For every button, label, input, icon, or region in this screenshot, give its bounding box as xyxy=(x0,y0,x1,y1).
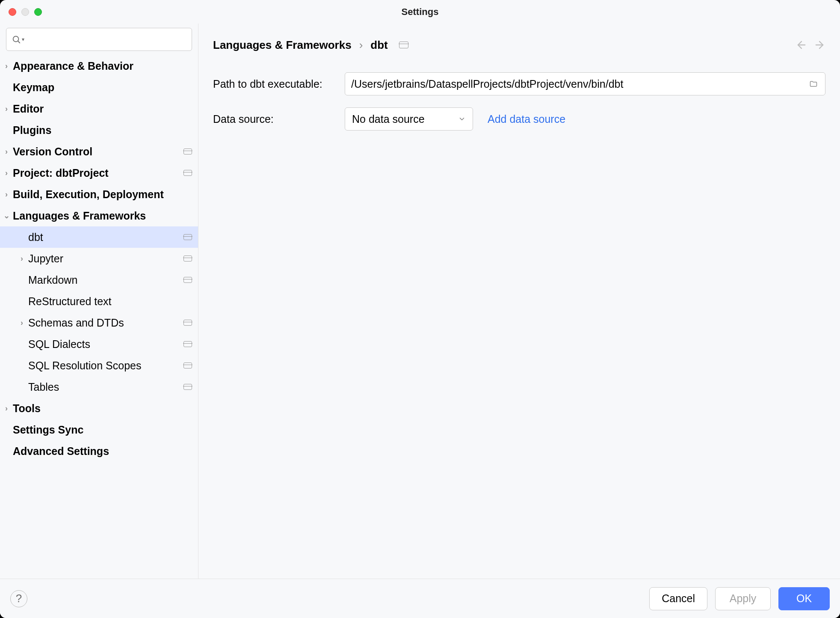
titlebar: Settings xyxy=(0,0,840,24)
settings-tree: ›Appearance & BehaviorKeymap›EditorPlugi… xyxy=(0,55,198,579)
zoom-window-button[interactable] xyxy=(34,8,42,16)
dbt-settings-form: Path to dbt executable: Data source: No … xyxy=(213,58,825,131)
dbt-path-text[interactable] xyxy=(351,78,804,90)
search-options-caret-icon: ▾ xyxy=(22,36,24,42)
settings-body: ▾ ›Appearance & BehaviorKeymap›EditorPlu… xyxy=(0,24,840,579)
chevron-down-icon: ⌄ xyxy=(0,211,13,220)
tree-item-sql-dialects[interactable]: SQL Dialects xyxy=(0,333,198,355)
tree-item-label: Editor xyxy=(13,103,192,115)
project-scope-icon xyxy=(399,42,408,48)
tree-item-label: Build, Execution, Deployment xyxy=(13,188,192,201)
tree-item-label: Languages & Frameworks xyxy=(13,210,192,222)
tree-item-tables[interactable]: Tables xyxy=(0,376,198,398)
project-scope-icon xyxy=(183,256,192,261)
search-icon xyxy=(12,35,21,44)
tree-item-version-control[interactable]: ›Version Control xyxy=(0,141,198,162)
tree-item-build-execution-deployment[interactable]: ›Build, Execution, Deployment xyxy=(0,184,198,205)
tree-item-sql-resolution-scopes[interactable]: SQL Resolution Scopes xyxy=(0,355,198,376)
tree-item-label: SQL Dialects xyxy=(28,338,183,351)
tree-item-languages-frameworks[interactable]: ⌄Languages & Frameworks xyxy=(0,205,198,226)
svg-point-0 xyxy=(13,36,19,42)
project-scope-icon xyxy=(183,170,192,176)
window-title: Settings xyxy=(402,6,439,18)
close-window-button[interactable] xyxy=(9,8,16,16)
tree-item-markdown[interactable]: Markdown xyxy=(0,269,198,291)
chevron-right-icon: › xyxy=(0,169,13,178)
cancel-button[interactable]: Cancel xyxy=(649,587,707,610)
window-controls xyxy=(9,8,42,16)
project-scope-icon xyxy=(183,149,192,154)
tree-item-label: Tools xyxy=(13,402,192,415)
apply-button[interactable]: Apply xyxy=(715,587,771,610)
chevron-right-icon: › xyxy=(0,190,13,199)
tree-item-label: Schemas and DTDs xyxy=(28,317,183,329)
dbt-path-input[interactable] xyxy=(345,72,825,95)
tree-item-label: Jupyter xyxy=(28,253,183,265)
chevron-right-icon: › xyxy=(0,62,13,71)
chevron-right-icon: › xyxy=(0,147,13,156)
dialog-footer: ? Cancel Apply OK xyxy=(0,579,840,618)
chevron-right-icon: › xyxy=(0,404,13,413)
tree-item-label: Plugins xyxy=(13,124,192,137)
settings-search-input[interactable]: ▾ xyxy=(6,28,192,51)
tree-item-label: Settings Sync xyxy=(13,424,192,436)
settings-window: Settings ▾ ›Appearance & BehaviorKeymap›… xyxy=(0,0,840,618)
tree-item-label: Markdown xyxy=(28,274,183,286)
tree-item-advanced-settings[interactable]: Advanced Settings xyxy=(0,440,198,462)
tree-item-schemas-and-dtds[interactable]: ›Schemas and DTDs xyxy=(0,312,198,333)
tree-item-editor[interactable]: ›Editor xyxy=(0,98,198,119)
settings-main: Languages & Frameworks › dbt Path to dbt… xyxy=(198,24,840,579)
data-source-row: No data source Add data source xyxy=(345,107,825,131)
project-scope-icon xyxy=(183,341,192,347)
project-scope-icon xyxy=(183,362,192,368)
project-scope-icon xyxy=(183,277,192,283)
tree-item-label: Appearance & Behavior xyxy=(13,60,192,72)
breadcrumb-parent[interactable]: Languages & Frameworks xyxy=(213,39,352,52)
tree-item-plugins[interactable]: Plugins xyxy=(0,119,198,141)
breadcrumb-row: Languages & Frameworks › dbt xyxy=(213,32,825,58)
tree-item-label: dbt xyxy=(28,231,183,244)
chevron-right-icon: › xyxy=(0,104,13,113)
tree-item-jupyter[interactable]: ›Jupyter xyxy=(0,248,198,269)
tree-item-dbt[interactable]: dbt xyxy=(0,226,198,248)
ok-button[interactable]: OK xyxy=(778,587,830,610)
tree-item-label: ReStructured text xyxy=(28,295,192,308)
tree-item-settings-sync[interactable]: Settings Sync xyxy=(0,419,198,440)
tree-item-label: SQL Resolution Scopes xyxy=(28,360,183,372)
tree-item-keymap[interactable]: Keymap xyxy=(0,77,198,98)
nav-back-icon[interactable] xyxy=(796,39,807,51)
browse-folder-icon[interactable] xyxy=(808,80,819,88)
tree-item-tools[interactable]: ›Tools xyxy=(0,398,198,419)
svg-line-1 xyxy=(18,41,20,43)
minimize-window-button[interactable] xyxy=(21,8,29,16)
breadcrumb: Languages & Frameworks › dbt xyxy=(213,39,408,52)
tree-item-label: Advanced Settings xyxy=(13,445,192,458)
tree-item-label: Project: dbtProject xyxy=(13,167,183,179)
add-data-source-link[interactable]: Add data source xyxy=(488,113,565,125)
tree-item-appearance-behavior[interactable]: ›Appearance & Behavior xyxy=(0,55,198,77)
path-label: Path to dbt executable: xyxy=(213,78,341,90)
project-scope-icon xyxy=(183,320,192,326)
chevron-down-icon xyxy=(458,115,466,123)
chevron-right-icon: › xyxy=(15,318,28,327)
project-scope-icon xyxy=(183,384,192,390)
data-source-select[interactable]: No data source xyxy=(345,107,473,131)
data-source-label: Data source: xyxy=(213,113,341,125)
tree-item-label: Version Control xyxy=(13,146,183,158)
breadcrumb-separator: › xyxy=(359,39,363,52)
nav-forward-icon[interactable] xyxy=(813,39,825,51)
chevron-right-icon: › xyxy=(15,254,28,263)
breadcrumb-nav xyxy=(796,39,825,51)
tree-item-label: Keymap xyxy=(13,81,192,94)
settings-sidebar: ▾ ›Appearance & BehaviorKeymap›EditorPlu… xyxy=(0,24,198,579)
project-scope-icon xyxy=(183,234,192,240)
tree-item-project-dbtproject[interactable]: ›Project: dbtProject xyxy=(0,162,198,184)
breadcrumb-current: dbt xyxy=(370,39,387,52)
tree-item-restructured-text[interactable]: ReStructured text xyxy=(0,291,198,312)
tree-item-label: Tables xyxy=(28,381,183,393)
data-source-selected: No data source xyxy=(352,113,452,125)
help-button[interactable]: ? xyxy=(10,590,27,607)
